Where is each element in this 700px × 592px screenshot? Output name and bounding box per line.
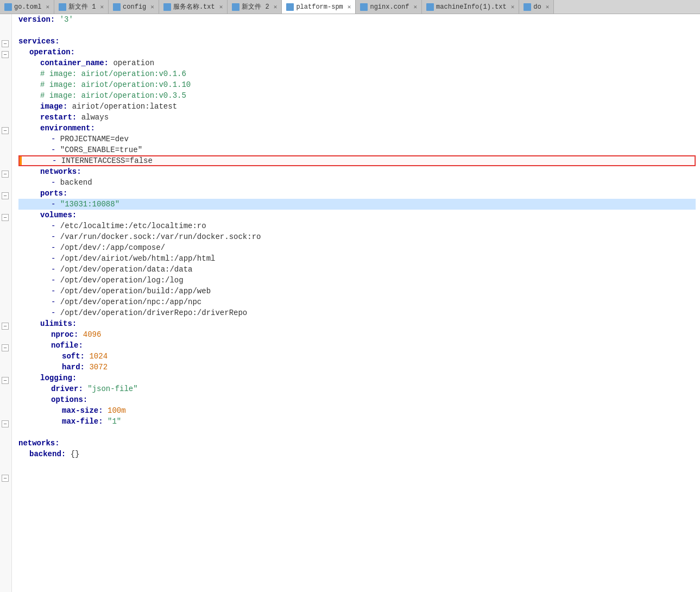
code-line: - backend <box>18 177 696 188</box>
fold-environment[interactable]: − <box>2 127 9 134</box>
fold-ports[interactable]: − <box>2 192 9 199</box>
tab-icon <box>524 3 531 11</box>
code-line: networks: <box>18 166 696 177</box>
code-line: backend: {} <box>18 449 696 459</box>
code-line <box>18 427 696 438</box>
tab-label: 服务名称.txt <box>173 2 215 11</box>
tab-icon <box>426 3 434 11</box>
tab-nginx-conf[interactable]: nginx.conf ✕ <box>356 0 422 14</box>
tab-icon <box>360 3 368 11</box>
fold-networks-bottom[interactable]: − <box>2 475 9 482</box>
code-line <box>18 25 696 36</box>
tab-new-file-1[interactable]: 新文件 1 ✕ <box>54 0 109 14</box>
tab-label: platform-spm <box>296 3 343 11</box>
code-line: hard: 3072 <box>18 362 696 373</box>
editor: − − − − − − − − − − − version: '3' servi… <box>0 14 700 592</box>
tab-label: 新文件 1 <box>68 2 96 11</box>
code-line: # image: airiot/operation:v0.3.5 <box>18 90 696 101</box>
code-line: networks: <box>18 438 696 449</box>
close-icon[interactable]: ✕ <box>511 3 515 10</box>
code-line: driver: "json-file" <box>18 383 696 394</box>
tab-icon <box>59 3 66 11</box>
close-icon[interactable]: ✕ <box>100 3 104 10</box>
close-icon[interactable]: ✕ <box>274 3 278 10</box>
close-icon[interactable]: ✕ <box>219 3 223 10</box>
code-line: version: '3' <box>18 14 696 25</box>
code-line: soft: 1024 <box>18 351 696 362</box>
code-line-highlighted: - "13031:10088" <box>18 199 696 210</box>
fold-networks[interactable]: − <box>2 171 9 178</box>
tab-icon <box>232 3 239 11</box>
code-line: - /opt/dev/operation/npc:/app/npc <box>18 297 696 307</box>
tab-label: nginx.conf <box>370 3 409 11</box>
code-line: services: <box>18 36 696 47</box>
code-line: nofile: <box>18 340 696 351</box>
code-line: restart: always <box>18 112 696 123</box>
code-line: - /opt/dev/airiot/web/html:/app/html <box>18 253 696 264</box>
tab-go-toml[interactable]: go.toml ✕ <box>0 0 54 14</box>
code-line: nproc: 4096 <box>18 329 696 340</box>
fold-nofile[interactable]: − <box>2 344 9 351</box>
code-line: options: <box>18 394 696 405</box>
code-area: − − − − − − − − − − − version: '3' servi… <box>0 14 700 592</box>
code-line: ports: <box>18 188 696 199</box>
close-icon[interactable]: ✕ <box>413 3 417 10</box>
close-icon[interactable]: ✕ <box>348 3 351 10</box>
tab-label: 新文件 2 <box>242 2 269 11</box>
code-line: - /opt/dev/:/app/compose/ <box>18 242 696 253</box>
code-line: max-size: 100m <box>18 405 696 416</box>
code-line: environment: <box>18 123 696 134</box>
code-line: - /opt/dev/operation/driverRepo:/driverR… <box>18 307 696 318</box>
fold-gutter: − − − − − − − − − − − <box>0 14 12 592</box>
tab-icon <box>113 3 121 11</box>
tab-do[interactable]: do ✕ <box>519 0 554 14</box>
tab-machine-info[interactable]: machineInfo(1).txt ✕ <box>422 0 519 14</box>
fold-operation[interactable]: − <box>2 51 9 58</box>
tab-label: go.toml <box>14 3 41 11</box>
tab-new-file-2[interactable]: 新文件 2 ✕ <box>228 0 282 14</box>
code-line: max-file: "1" <box>18 416 696 427</box>
tab-config[interactable]: config ✕ <box>109 0 159 14</box>
code-line: - /opt/dev/operation/log:/log <box>18 275 696 286</box>
fold-options[interactable]: − <box>2 420 9 427</box>
tab-icon <box>286 3 294 11</box>
tab-label: config <box>123 3 146 11</box>
fold-services[interactable]: − <box>2 40 9 47</box>
close-icon[interactable]: ✕ <box>150 3 154 10</box>
code-line: # image: airiot/operation:v0.1.10 <box>18 79 696 90</box>
code-line: - /var/run/docker.sock:/var/run/docker.s… <box>18 231 696 242</box>
close-icon[interactable]: ✕ <box>546 3 550 10</box>
fold-logging[interactable]: − <box>2 377 9 384</box>
code-line: container_name: operation <box>18 58 696 68</box>
code-line: - PROJECTNAME=dev <box>18 134 696 144</box>
close-icon[interactable]: ✕ <box>46 3 49 10</box>
code-content[interactable]: version: '3' services: operation: contai… <box>12 14 700 592</box>
tab-label: machineInfo(1).txt <box>436 3 507 11</box>
tab-icon <box>4 3 12 11</box>
code-line-outlined: - INTERNETACCESS=false <box>18 155 696 166</box>
code-line: volumes: <box>18 210 696 221</box>
code-line: - "CORS_ENABLE=true" <box>18 144 696 155</box>
tab-label: do <box>533 3 541 11</box>
code-line: - /opt/dev/operation/data:/data <box>18 264 696 275</box>
code-line: ulimits: <box>18 318 696 329</box>
fold-volumes[interactable]: − <box>2 214 9 221</box>
code-line: logging: <box>18 373 696 383</box>
tab-service-name[interactable]: 服务名称.txt ✕ <box>159 0 228 14</box>
code-line: - /opt/dev/operation/build:/app/web <box>18 286 696 297</box>
code-line: # image: airiot/operation:v0.1.6 <box>18 68 696 79</box>
code-line: - /etc/localtime:/etc/localtime:ro <box>18 221 696 231</box>
fold-ulimits[interactable]: − <box>2 323 9 330</box>
orange-marker <box>20 156 22 165</box>
tab-platform-spm[interactable]: platform-spm ✕ <box>282 0 356 14</box>
tab-bar: go.toml ✕ 新文件 1 ✕ config ✕ 服务名称.txt ✕ 新文… <box>0 0 700 14</box>
code-line: image: airiot/operation:latest <box>18 101 696 112</box>
code-line: operation: <box>18 47 696 58</box>
tab-icon <box>163 3 171 11</box>
